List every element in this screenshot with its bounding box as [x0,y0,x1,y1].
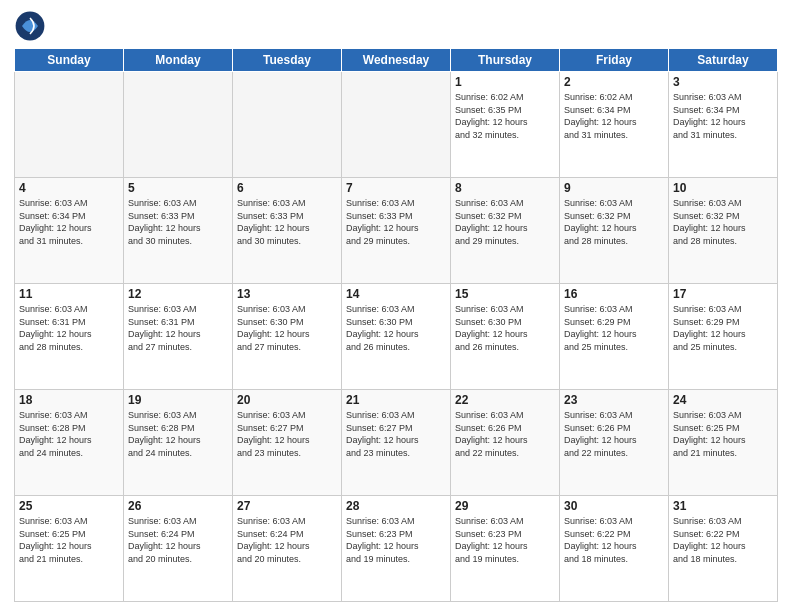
calendar-table: SundayMondayTuesdayWednesdayThursdayFrid… [14,48,778,602]
day-info: Sunrise: 6:02 AM Sunset: 6:34 PM Dayligh… [564,91,664,141]
week-row-4: 18Sunrise: 6:03 AM Sunset: 6:28 PM Dayli… [15,390,778,496]
day-info: Sunrise: 6:03 AM Sunset: 6:23 PM Dayligh… [346,515,446,565]
day-info: Sunrise: 6:03 AM Sunset: 6:29 PM Dayligh… [673,303,773,353]
day-number: 10 [673,181,773,195]
day-number: 22 [455,393,555,407]
weekday-header-saturday: Saturday [669,49,778,72]
day-info: Sunrise: 6:03 AM Sunset: 6:24 PM Dayligh… [128,515,228,565]
day-info: Sunrise: 6:03 AM Sunset: 6:30 PM Dayligh… [237,303,337,353]
calendar-cell: 14Sunrise: 6:03 AM Sunset: 6:30 PM Dayli… [342,284,451,390]
calendar-cell [124,72,233,178]
week-row-5: 25Sunrise: 6:03 AM Sunset: 6:25 PM Dayli… [15,496,778,602]
calendar-cell: 9Sunrise: 6:03 AM Sunset: 6:32 PM Daylig… [560,178,669,284]
calendar-cell: 13Sunrise: 6:03 AM Sunset: 6:30 PM Dayli… [233,284,342,390]
day-number: 11 [19,287,119,301]
calendar-cell: 26Sunrise: 6:03 AM Sunset: 6:24 PM Dayli… [124,496,233,602]
day-number: 21 [346,393,446,407]
day-number: 26 [128,499,228,513]
calendar-cell: 3Sunrise: 6:03 AM Sunset: 6:34 PM Daylig… [669,72,778,178]
calendar-cell: 15Sunrise: 6:03 AM Sunset: 6:30 PM Dayli… [451,284,560,390]
day-number: 27 [237,499,337,513]
day-info: Sunrise: 6:03 AM Sunset: 6:28 PM Dayligh… [19,409,119,459]
week-row-2: 4Sunrise: 6:03 AM Sunset: 6:34 PM Daylig… [15,178,778,284]
day-info: Sunrise: 6:03 AM Sunset: 6:22 PM Dayligh… [673,515,773,565]
day-number: 16 [564,287,664,301]
calendar-cell: 12Sunrise: 6:03 AM Sunset: 6:31 PM Dayli… [124,284,233,390]
day-number: 8 [455,181,555,195]
day-info: Sunrise: 6:02 AM Sunset: 6:35 PM Dayligh… [455,91,555,141]
day-number: 12 [128,287,228,301]
day-info: Sunrise: 6:03 AM Sunset: 6:27 PM Dayligh… [346,409,446,459]
calendar-cell: 4Sunrise: 6:03 AM Sunset: 6:34 PM Daylig… [15,178,124,284]
calendar-cell [233,72,342,178]
day-number: 25 [19,499,119,513]
day-number: 18 [19,393,119,407]
logo [14,10,52,42]
weekday-header-sunday: Sunday [15,49,124,72]
calendar-cell: 28Sunrise: 6:03 AM Sunset: 6:23 PM Dayli… [342,496,451,602]
weekday-header-friday: Friday [560,49,669,72]
week-row-1: 1Sunrise: 6:02 AM Sunset: 6:35 PM Daylig… [15,72,778,178]
day-info: Sunrise: 6:03 AM Sunset: 6:31 PM Dayligh… [128,303,228,353]
day-info: Sunrise: 6:03 AM Sunset: 6:30 PM Dayligh… [455,303,555,353]
day-number: 30 [564,499,664,513]
day-number: 7 [346,181,446,195]
calendar-cell: 5Sunrise: 6:03 AM Sunset: 6:33 PM Daylig… [124,178,233,284]
day-info: Sunrise: 6:03 AM Sunset: 6:25 PM Dayligh… [673,409,773,459]
calendar-cell: 20Sunrise: 6:03 AM Sunset: 6:27 PM Dayli… [233,390,342,496]
day-number: 20 [237,393,337,407]
page: SundayMondayTuesdayWednesdayThursdayFrid… [0,0,792,612]
calendar-cell: 29Sunrise: 6:03 AM Sunset: 6:23 PM Dayli… [451,496,560,602]
day-info: Sunrise: 6:03 AM Sunset: 6:22 PM Dayligh… [564,515,664,565]
day-info: Sunrise: 6:03 AM Sunset: 6:28 PM Dayligh… [128,409,228,459]
day-info: Sunrise: 6:03 AM Sunset: 6:30 PM Dayligh… [346,303,446,353]
day-number: 23 [564,393,664,407]
calendar-cell: 22Sunrise: 6:03 AM Sunset: 6:26 PM Dayli… [451,390,560,496]
weekday-header-monday: Monday [124,49,233,72]
calendar-cell: 7Sunrise: 6:03 AM Sunset: 6:33 PM Daylig… [342,178,451,284]
weekday-header-row: SundayMondayTuesdayWednesdayThursdayFrid… [15,49,778,72]
day-number: 9 [564,181,664,195]
day-info: Sunrise: 6:03 AM Sunset: 6:32 PM Dayligh… [564,197,664,247]
day-number: 2 [564,75,664,89]
day-info: Sunrise: 6:03 AM Sunset: 6:33 PM Dayligh… [237,197,337,247]
calendar-cell [342,72,451,178]
day-number: 1 [455,75,555,89]
day-info: Sunrise: 6:03 AM Sunset: 6:32 PM Dayligh… [673,197,773,247]
day-info: Sunrise: 6:03 AM Sunset: 6:32 PM Dayligh… [455,197,555,247]
day-info: Sunrise: 6:03 AM Sunset: 6:23 PM Dayligh… [455,515,555,565]
calendar-cell: 6Sunrise: 6:03 AM Sunset: 6:33 PM Daylig… [233,178,342,284]
day-info: Sunrise: 6:03 AM Sunset: 6:24 PM Dayligh… [237,515,337,565]
calendar-cell: 18Sunrise: 6:03 AM Sunset: 6:28 PM Dayli… [15,390,124,496]
calendar-cell: 21Sunrise: 6:03 AM Sunset: 6:27 PM Dayli… [342,390,451,496]
day-info: Sunrise: 6:03 AM Sunset: 6:25 PM Dayligh… [19,515,119,565]
logo-icon [14,10,46,42]
day-info: Sunrise: 6:03 AM Sunset: 6:34 PM Dayligh… [673,91,773,141]
week-row-3: 11Sunrise: 6:03 AM Sunset: 6:31 PM Dayli… [15,284,778,390]
day-info: Sunrise: 6:03 AM Sunset: 6:29 PM Dayligh… [564,303,664,353]
day-number: 17 [673,287,773,301]
day-number: 13 [237,287,337,301]
calendar-cell: 8Sunrise: 6:03 AM Sunset: 6:32 PM Daylig… [451,178,560,284]
day-number: 24 [673,393,773,407]
day-number: 28 [346,499,446,513]
day-number: 19 [128,393,228,407]
day-info: Sunrise: 6:03 AM Sunset: 6:33 PM Dayligh… [346,197,446,247]
calendar-cell: 2Sunrise: 6:02 AM Sunset: 6:34 PM Daylig… [560,72,669,178]
calendar-cell: 25Sunrise: 6:03 AM Sunset: 6:25 PM Dayli… [15,496,124,602]
calendar-cell: 27Sunrise: 6:03 AM Sunset: 6:24 PM Dayli… [233,496,342,602]
day-number: 31 [673,499,773,513]
calendar-cell [15,72,124,178]
day-number: 3 [673,75,773,89]
day-number: 6 [237,181,337,195]
calendar-cell: 10Sunrise: 6:03 AM Sunset: 6:32 PM Dayli… [669,178,778,284]
calendar-cell: 19Sunrise: 6:03 AM Sunset: 6:28 PM Dayli… [124,390,233,496]
weekday-header-wednesday: Wednesday [342,49,451,72]
header [14,10,778,42]
calendar-cell: 24Sunrise: 6:03 AM Sunset: 6:25 PM Dayli… [669,390,778,496]
day-number: 29 [455,499,555,513]
day-number: 14 [346,287,446,301]
day-info: Sunrise: 6:03 AM Sunset: 6:33 PM Dayligh… [128,197,228,247]
calendar-cell: 31Sunrise: 6:03 AM Sunset: 6:22 PM Dayli… [669,496,778,602]
day-info: Sunrise: 6:03 AM Sunset: 6:34 PM Dayligh… [19,197,119,247]
